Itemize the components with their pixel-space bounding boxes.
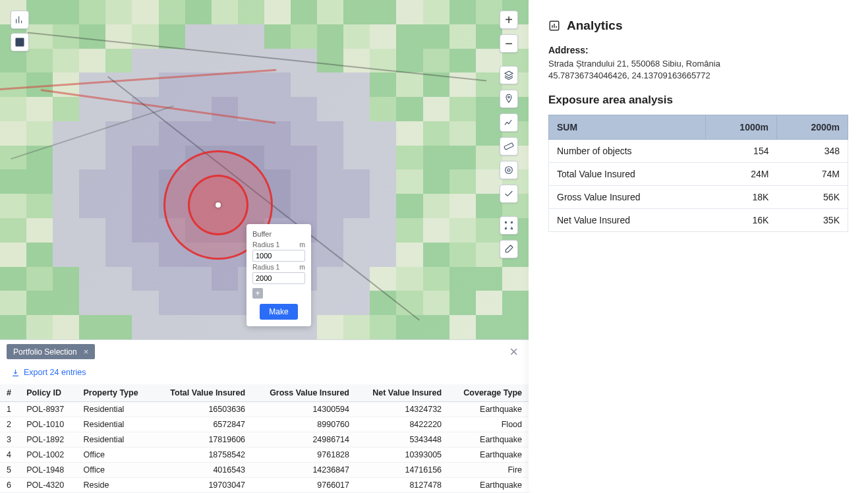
- buffer-popup: Buffer Radius 1m Radius 1m + Make: [246, 224, 311, 326]
- portfolio-tab[interactable]: Portfolio Selection ×: [7, 344, 95, 359]
- exposure-col-header: SUM: [549, 115, 706, 139]
- analytics-title: Analytics: [548, 18, 848, 33]
- export-link[interactable]: Export 24 entries: [7, 366, 91, 379]
- svg-rect-0: [16, 38, 24, 46]
- buffer-center-point: [216, 202, 221, 208]
- exposure-col-header: 1000m: [705, 115, 776, 139]
- chart-tool-button[interactable]: [11, 11, 29, 29]
- bar-chart-icon: [14, 14, 25, 25]
- exposure-table: SUM1000m2000m Number of objects154348Tot…: [548, 115, 848, 232]
- svg-point-1: [508, 96, 510, 98]
- portfolio-table: #Policy IDProperty TypeTotal Value Insur…: [0, 384, 529, 493]
- line-chart-icon: [504, 117, 514, 128]
- svg-point-5: [505, 221, 506, 223]
- buffer-title: Buffer: [252, 230, 305, 238]
- check-button[interactable]: [500, 185, 518, 203]
- radius2-label: Radius 1: [252, 263, 279, 271]
- svg-point-4: [507, 169, 510, 171]
- tab-close-icon[interactable]: ×: [84, 347, 89, 357]
- analytics-icon: [548, 20, 560, 32]
- svg-point-7: [505, 228, 506, 229]
- address-label: Address:: [548, 45, 848, 55]
- exposure-row: Total Value Insured24M74M: [549, 162, 848, 185]
- portfolio-col-header: #: [0, 384, 20, 402]
- marker-button[interactable]: [500, 90, 518, 108]
- table-row[interactable]: 2POL-1010Residential65728478990760842222…: [0, 417, 529, 432]
- exposure-row: Net Value Insured16K35K: [549, 208, 848, 231]
- address-line: Strada Ștrandului 21, 550068 Sibiu, Româ…: [548, 58, 848, 71]
- table-icon: [14, 37, 25, 47]
- target-button[interactable]: [500, 161, 518, 179]
- svg-rect-2: [504, 143, 513, 150]
- table-row[interactable]: 4POL-1002Office18758542976182810393005Ea…: [0, 448, 529, 463]
- table-tool-button[interactable]: [11, 33, 29, 51]
- layers-icon: [504, 70, 514, 80]
- layers-button[interactable]: [500, 66, 518, 84]
- radius1-input[interactable]: [252, 250, 305, 262]
- portfolio-col-header: Property Type: [77, 384, 154, 402]
- add-radius-button[interactable]: +: [252, 288, 263, 299]
- eraser-icon: [504, 244, 514, 254]
- portfolio-col-header: Coverage Type: [448, 384, 529, 402]
- eraser-button[interactable]: [500, 240, 518, 258]
- unit-label: m: [299, 263, 305, 271]
- polygon-button[interactable]: [500, 216, 518, 235]
- radius2-input[interactable]: [252, 272, 305, 284]
- zoom-out-button[interactable]: −: [500, 34, 518, 53]
- table-row[interactable]: 1POL-8937Residential16503636143005941432…: [0, 402, 529, 417]
- portfolio-col-header: Gross Value Insured: [252, 384, 356, 402]
- svg-point-8: [511, 228, 513, 229]
- table-row[interactable]: 5POL-1948Office40165431423684714716156Fi…: [0, 463, 529, 478]
- map-tools-right: + −: [500, 11, 518, 258]
- portfolio-col-header: Total Value Insured: [153, 384, 252, 402]
- zoom-in-button[interactable]: +: [500, 11, 518, 29]
- analytics-title-text: Analytics: [567, 18, 622, 33]
- exposure-col-header: 2000m: [776, 115, 848, 139]
- exposure-row: Gross Value Insured18K56K: [549, 185, 848, 208]
- portfolio-panel: Portfolio Selection × × Export 24 entrie…: [0, 339, 529, 493]
- exposure-title: Exposure area analysis: [548, 94, 848, 107]
- unit-label: m: [299, 241, 305, 248]
- ruler-button[interactable]: [500, 137, 518, 156]
- export-label: Export 24 entries: [24, 368, 86, 377]
- target-icon: [504, 165, 514, 175]
- svg-point-3: [506, 167, 513, 174]
- portfolio-col-header: Net Value Insured: [356, 384, 448, 402]
- map-tools-left: [11, 11, 29, 51]
- make-button[interactable]: Make: [260, 304, 297, 320]
- download-icon: [11, 368, 20, 377]
- exposure-row: Number of objects154348: [549, 139, 848, 162]
- radius1-label: Radius 1: [252, 241, 279, 248]
- address-coords: 45.78736734046426, 24.13709163665772: [548, 71, 848, 80]
- svg-point-6: [511, 221, 513, 223]
- map-canvas[interactable]: + −: [0, 0, 529, 339]
- pin-icon: [504, 94, 514, 104]
- portfolio-col-header: Policy ID: [20, 384, 76, 402]
- analytics-panel: Analytics Address: Strada Ștrandului 21,…: [529, 0, 868, 493]
- ruler-icon: [504, 141, 514, 152]
- line-chart-button[interactable]: [500, 113, 518, 132]
- tab-label: Portfolio Selection: [13, 347, 77, 357]
- table-row[interactable]: 3POL-1892Residential17819606249867145343…: [0, 432, 529, 448]
- table-row[interactable]: 6POL-4320Reside1970304797660178127478Ear…: [0, 478, 529, 493]
- polygon-icon: [504, 220, 514, 231]
- panel-close-icon[interactable]: ×: [509, 345, 518, 359]
- check-icon: [504, 188, 514, 199]
